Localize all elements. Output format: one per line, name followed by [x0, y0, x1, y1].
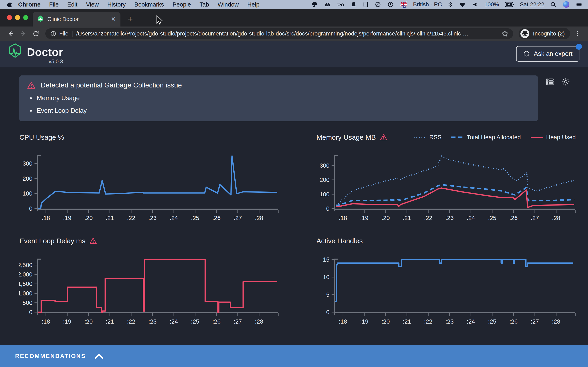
svg-text:5: 5 [326, 291, 329, 298]
svg-text::27: :27 [531, 215, 539, 221]
browser-menu-icon[interactable] [572, 28, 583, 39]
menu-item-tab[interactable]: Tab [195, 1, 213, 8]
svg-text:200: 200 [23, 175, 33, 182]
glasses-icon[interactable] [336, 1, 346, 8]
svg-text::24: :24 [170, 318, 178, 325]
svg-text::21: :21 [403, 318, 411, 325]
legend-item: RSS [414, 134, 442, 141]
svg-text::20: :20 [381, 318, 389, 325]
svg-text::27: :27 [233, 215, 242, 221]
svg-text:0: 0 [326, 205, 329, 212]
chart-title-cpu: CPU Usage % [19, 133, 64, 141]
svg-text:0: 0 [326, 309, 329, 315]
event-loop-delay-plot: 05001,0001,5002,0002,500:18:19:20:21:22:… [19, 247, 281, 333]
menu-item-window[interactable]: Window [213, 1, 243, 8]
svg-text::25: :25 [191, 318, 199, 325]
menu-item-edit[interactable]: Edit [63, 1, 82, 8]
forward-button[interactable] [18, 28, 29, 39]
speech-bubble-icon [523, 50, 530, 57]
time-machine-icon[interactable] [386, 1, 396, 8]
wings-icon[interactable] [322, 1, 333, 8]
warning-icon [89, 238, 97, 244]
back-button[interactable] [5, 28, 16, 39]
menu-item-people[interactable]: People [168, 1, 195, 8]
alert-title: Detected a potential Garbage Collection … [41, 81, 182, 89]
svg-text:200: 200 [320, 176, 329, 183]
notification-center-icon[interactable] [574, 1, 584, 8]
chart-active-handles: Active Handles 051015:18:19:20:21:22:23:… [316, 235, 578, 333]
ask-an-expert-label: Ask an expert [534, 50, 572, 58]
menu-item-bookmarks[interactable]: Bookmarks [130, 1, 168, 8]
svg-text::23: :23 [445, 215, 454, 221]
svg-text:100: 100 [23, 190, 33, 197]
minimize-window-button[interactable] [15, 15, 20, 20]
bookmark-star-icon[interactable] [502, 30, 508, 37]
notification-person-icon[interactable] [349, 1, 358, 8]
tab-clinic-doctor[interactable]: Clinic Doctor ✕ [33, 12, 121, 26]
battery-icon[interactable] [503, 2, 516, 7]
input-source-label[interactable]: British - PC [412, 1, 443, 8]
macos-menubar: Chrome File Edit View History Bookmarks … [0, 0, 588, 9]
svg-text::19: :19 [63, 215, 71, 221]
charts-grid: CPU Usage % 0100200300:18:19:20:21:22:23… [0, 121, 588, 333]
memory-usage-plot: 0100200300:18:19:20:21:22:23:24:25:26:27… [316, 143, 578, 229]
display-mirroring-icon[interactable] [361, 1, 370, 8]
spotlight-search-icon[interactable] [548, 1, 558, 8]
tab-title: Clinic Doctor [47, 16, 107, 22]
reload-button[interactable] [31, 28, 41, 39]
bluetooth-icon[interactable] [446, 1, 454, 8]
mouse-cursor [156, 15, 163, 26]
theme-toggle-sun-icon[interactable] [562, 77, 570, 87]
gc-issue-alert-card: Detected a potential Garbage Collection … [19, 75, 538, 121]
chart-cpu-usage: CPU Usage % 0100200300:18:19:20:21:22:23… [19, 132, 281, 229]
svg-text::21: :21 [106, 318, 114, 325]
input-source-flag-icon[interactable]: PC [398, 1, 409, 8]
recommendations-bar[interactable]: RECOMMENDATIONS [0, 345, 588, 367]
svg-text::26: :26 [509, 318, 518, 325]
svg-text::21: :21 [403, 215, 411, 221]
svg-text::18: :18 [339, 215, 347, 221]
svg-text:10: 10 [323, 274, 329, 280]
menu-item-history[interactable]: History [103, 1, 130, 8]
svg-text::22: :22 [424, 318, 432, 325]
svg-text::26: :26 [509, 215, 518, 221]
legend-item: Total Heap Allocated [451, 134, 521, 141]
url-bar[interactable]: File /Users/anzematelic/Projects/gdo-stu… [45, 28, 513, 39]
url-text[interactable]: /Users/anzematelic/Projects/gdo-studio/p… [76, 30, 497, 37]
close-window-button[interactable] [7, 15, 12, 20]
svg-text:300: 300 [320, 162, 329, 169]
svg-text::22: :22 [127, 318, 135, 325]
volume-icon[interactable] [471, 2, 480, 7]
svg-text:2,000: 2,000 [19, 271, 33, 278]
svg-text::19: :19 [63, 318, 71, 325]
siri-icon[interactable] [561, 1, 571, 8]
menu-item-help[interactable]: Help [243, 1, 264, 8]
app-brand: Doctor v5.0.3 [9, 43, 63, 65]
list-view-toggle-icon[interactable] [545, 77, 554, 87]
ask-an-expert-button[interactable]: Ask an expert [516, 46, 579, 62]
svg-text::18: :18 [42, 215, 50, 221]
do-not-disturb-icon[interactable] [373, 1, 383, 8]
menu-item-chrome[interactable]: Chrome [14, 1, 45, 8]
umbrella-icon[interactable] [310, 1, 320, 8]
svg-text:2,500: 2,500 [19, 262, 33, 268]
svg-text::25: :25 [191, 215, 199, 221]
svg-text::27: :27 [531, 318, 539, 325]
svg-text::23: :23 [148, 318, 156, 325]
svg-text::28: :28 [552, 215, 560, 221]
svg-text::19: :19 [360, 318, 368, 325]
page-info-icon[interactable] [50, 31, 56, 37]
chevron-up-icon[interactable] [94, 353, 104, 359]
zoom-window-button[interactable] [23, 15, 28, 20]
menu-item-view[interactable]: View [82, 1, 103, 8]
clock-label[interactable]: Sat 22:22 [519, 1, 545, 8]
active-handles-plot: 051015:18:19:20:21:22:23:24:25:26:27:28 [316, 247, 578, 333]
wifi-icon[interactable] [457, 2, 468, 7]
tab-favicon [37, 15, 44, 23]
new-tab-button[interactable]: + [127, 14, 133, 24]
apple-menu-icon[interactable] [5, 1, 14, 8]
chart-title-memory: Memory Usage MB [316, 133, 376, 141]
tab-close-icon[interactable]: ✕ [111, 16, 116, 22]
svg-text:15: 15 [323, 256, 329, 263]
menu-item-file[interactable]: File [45, 1, 63, 8]
